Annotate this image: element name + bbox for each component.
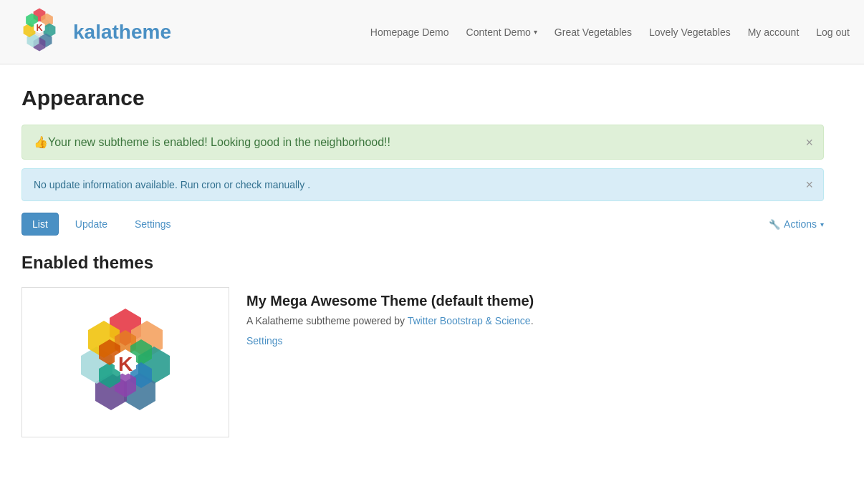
actions-caret-icon: ▾ xyxy=(820,220,824,228)
thumbs-up-icon: 👍 xyxy=(34,136,48,148)
alert-success: 👍Your new subtheme is enabled! Looking g… xyxy=(21,125,824,160)
alert-success-text: 👍Your new subtheme is enabled! Looking g… xyxy=(34,136,390,148)
tab-list[interactable]: List xyxy=(21,213,59,236)
content-demo-caret-icon: ▾ xyxy=(534,28,537,36)
nav-my-account[interactable]: My account xyxy=(748,26,800,38)
actions-dropdown-button[interactable]: 🔧 Actions ▾ xyxy=(769,218,824,230)
check-manually-link[interactable]: check manually xyxy=(236,179,305,190)
theme-desc-link[interactable]: Twitter Bootstrap & Science xyxy=(408,315,531,326)
page-title: Appearance xyxy=(21,86,824,110)
nav-content-demo[interactable]: Content Demo ▾ xyxy=(466,26,537,38)
header: K kalatheme Homepage Demo Content Demo ▾… xyxy=(0,0,864,64)
nav-great-vegetables[interactable]: Great Vegetables xyxy=(555,26,632,38)
nav-lovely-vegetables[interactable]: Lovely Vegetables xyxy=(649,26,731,38)
alert-info-text: No update information available. Run cro… xyxy=(34,179,310,190)
theme-card: K My Mega Awesome Theme (default theme) … xyxy=(21,287,824,437)
tab-update[interactable]: Update xyxy=(64,213,118,236)
alert-info-close-button[interactable]: × xyxy=(805,178,813,191)
tabs-left: List Update Settings xyxy=(21,213,769,236)
run-cron-link[interactable]: Run cron xyxy=(181,179,221,190)
theme-desc: A Kalatheme subtheme powered by Twitter … xyxy=(246,315,534,326)
alert-info: No update information available. Run cro… xyxy=(21,168,824,201)
tab-settings[interactable]: Settings xyxy=(124,213,182,236)
logo-area: K kalatheme xyxy=(14,7,370,57)
theme-name: My Mega Awesome Theme (default theme) xyxy=(246,293,534,309)
theme-settings-link[interactable]: Settings xyxy=(246,335,283,346)
nav-homepage-demo[interactable]: Homepage Demo xyxy=(370,26,449,38)
theme-info: My Mega Awesome Theme (default theme) A … xyxy=(246,287,534,346)
logo-text: kalatheme xyxy=(73,21,171,44)
alert-success-close-button[interactable]: × xyxy=(805,136,813,149)
wrench-icon: 🔧 xyxy=(769,219,780,230)
svg-text:K: K xyxy=(36,22,42,32)
nav-log-out[interactable]: Log out xyxy=(816,26,850,38)
svg-text:K: K xyxy=(118,353,133,375)
main-content: Appearance 👍Your new subtheme is enabled… xyxy=(0,64,845,459)
theme-thumbnail: K xyxy=(21,287,229,437)
logo-icon: K xyxy=(14,7,64,57)
section-title: Enabled themes xyxy=(21,253,824,273)
tabs-bar: List Update Settings 🔧 Actions ▾ xyxy=(21,213,824,236)
main-nav: Homepage Demo Content Demo ▾ Great Veget… xyxy=(370,26,850,38)
